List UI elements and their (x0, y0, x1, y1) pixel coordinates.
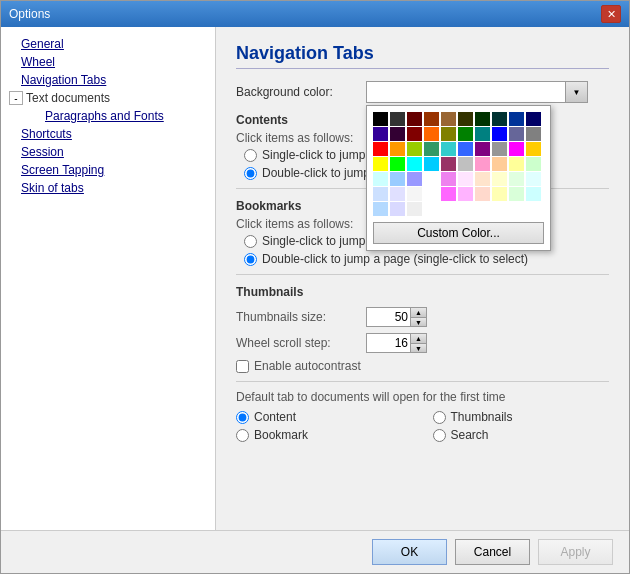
wheel-scroll-up-button[interactable]: ▲ (411, 333, 427, 343)
sidebar-item-text-documents-group: - Text documents (5, 89, 211, 107)
ok-button[interactable]: OK (372, 539, 447, 565)
color-cell[interactable] (424, 142, 439, 156)
radio-content[interactable] (236, 411, 249, 424)
color-cell[interactable] (458, 142, 473, 156)
color-cell[interactable] (509, 187, 524, 201)
title-bar: Options ✕ (1, 1, 629, 27)
color-cell[interactable] (441, 127, 456, 141)
custom-color-button[interactable]: Custom Color... (373, 222, 544, 244)
color-dropdown-button[interactable]: ▼ (566, 81, 588, 103)
color-cell[interactable] (424, 127, 439, 141)
color-cell[interactable] (390, 187, 405, 201)
close-button[interactable]: ✕ (601, 5, 621, 23)
color-cell[interactable] (407, 157, 422, 171)
color-cell[interactable] (441, 157, 456, 171)
color-input[interactable] (366, 81, 566, 103)
color-cell[interactable] (475, 127, 490, 141)
color-cell[interactable] (373, 187, 388, 201)
color-cell[interactable] (390, 157, 405, 171)
color-cell[interactable] (509, 157, 524, 171)
color-cell[interactable] (441, 112, 456, 126)
divider2 (236, 274, 609, 275)
color-cell[interactable] (509, 127, 524, 141)
color-cell[interactable] (373, 127, 388, 141)
color-cell[interactable] (492, 172, 507, 186)
sidebar-item-shortcuts[interactable]: Shortcuts (5, 125, 211, 143)
color-cell[interactable] (373, 142, 388, 156)
sidebar-item-session[interactable]: Session (5, 143, 211, 161)
color-cell[interactable] (441, 172, 456, 186)
color-cell[interactable] (475, 172, 490, 186)
color-cell[interactable] (458, 187, 473, 201)
contents-double-click-radio[interactable] (244, 167, 257, 180)
thumbnails-size-down-button[interactable]: ▼ (411, 317, 427, 327)
color-cell[interactable] (526, 187, 541, 201)
sidebar-item-navigation-tabs[interactable]: Navigation Tabs (5, 71, 211, 89)
color-cell[interactable] (390, 142, 405, 156)
color-cell[interactable] (492, 127, 507, 141)
color-cell[interactable] (424, 172, 439, 186)
color-cell[interactable] (526, 142, 541, 156)
color-cell[interactable] (407, 202, 422, 216)
sidebar-item-wheel[interactable]: Wheel (5, 53, 211, 71)
sidebar-expand-text-documents[interactable]: - (9, 91, 23, 105)
color-cell[interactable] (390, 172, 405, 186)
color-cell[interactable] (492, 142, 507, 156)
cancel-button[interactable]: Cancel (455, 539, 530, 565)
color-cell[interactable] (475, 187, 490, 201)
sidebar-item-paragraphs-fonts[interactable]: Paragraphs and Fonts (5, 107, 211, 125)
color-cell[interactable] (492, 187, 507, 201)
color-cell[interactable] (441, 187, 456, 201)
color-cell[interactable] (424, 157, 439, 171)
wheel-scroll-down-button[interactable]: ▼ (411, 343, 427, 353)
bookmarks-single-click-radio[interactable] (244, 235, 257, 248)
color-cell[interactable] (458, 112, 473, 126)
color-cell[interactable] (373, 157, 388, 171)
color-cell[interactable] (407, 142, 422, 156)
color-cell[interactable] (424, 112, 439, 126)
thumbnails-size-input[interactable] (366, 307, 411, 327)
radio-bookmark[interactable] (236, 429, 249, 442)
bookmarks-double-click-label: Double-click to jump a page (single-clic… (262, 252, 528, 266)
thumbnails-size-up-button[interactable]: ▲ (411, 307, 427, 317)
color-cell[interactable] (475, 142, 490, 156)
bookmarks-double-click-radio[interactable] (244, 253, 257, 266)
radio-search[interactable] (433, 429, 446, 442)
color-cell[interactable] (373, 112, 388, 126)
color-cell[interactable] (390, 112, 405, 126)
color-cell[interactable] (475, 157, 490, 171)
color-cell[interactable] (458, 172, 473, 186)
color-cell[interactable] (390, 202, 405, 216)
color-cell[interactable] (509, 172, 524, 186)
apply-button[interactable]: Apply (538, 539, 613, 565)
color-cell[interactable] (373, 172, 388, 186)
color-cell[interactable] (390, 127, 405, 141)
enable-autocontrast-checkbox[interactable] (236, 360, 249, 373)
color-cell[interactable] (526, 172, 541, 186)
color-cell[interactable] (526, 157, 541, 171)
contents-single-click-radio[interactable] (244, 149, 257, 162)
color-cell[interactable] (407, 187, 422, 201)
color-cell[interactable] (475, 112, 490, 126)
sidebar-item-general[interactable]: General (5, 35, 211, 53)
sidebar: General Wheel Navigation Tabs - Text doc… (1, 27, 216, 530)
color-cell[interactable] (526, 112, 541, 126)
radio-thumbnails[interactable] (433, 411, 446, 424)
color-cell[interactable] (492, 157, 507, 171)
color-cell[interactable] (407, 127, 422, 141)
color-cell[interactable] (424, 187, 439, 201)
color-cell[interactable] (407, 112, 422, 126)
color-cell[interactable] (373, 202, 388, 216)
color-cell[interactable] (509, 112, 524, 126)
color-cell[interactable] (526, 127, 541, 141)
color-cell[interactable] (458, 127, 473, 141)
wheel-scroll-input[interactable] (366, 333, 411, 353)
color-cell[interactable] (492, 112, 507, 126)
sidebar-item-screen-tapping[interactable]: Screen Tapping (5, 161, 211, 179)
color-cell[interactable] (407, 172, 422, 186)
color-cell[interactable] (509, 142, 524, 156)
color-cell[interactable] (424, 202, 439, 216)
color-cell[interactable] (441, 142, 456, 156)
sidebar-item-skin-of-tabs[interactable]: Skin of tabs (5, 179, 211, 197)
color-cell[interactable] (458, 157, 473, 171)
